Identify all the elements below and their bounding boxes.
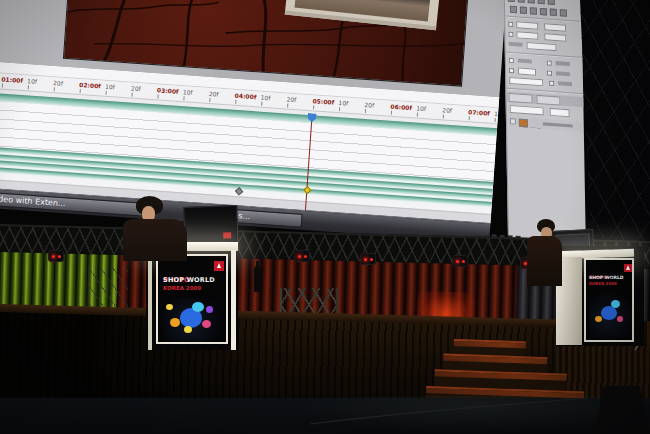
water-bottle <box>254 266 261 292</box>
ruler-tick: 10f <box>27 77 37 85</box>
stage-light-fixture <box>48 250 64 262</box>
stage-light-fixture <box>452 255 468 267</box>
podium-rail <box>231 250 236 350</box>
ruler-tick: 10f <box>494 110 499 118</box>
red-logo-sticker <box>223 232 231 238</box>
poster-subtitle: KOREA 2009 <box>589 281 617 286</box>
photoshop-world-poster: PHOTOSHOP WORLD KOREA 2009 <box>584 258 634 342</box>
layer-row <box>509 117 583 131</box>
ruler-tick: 07:00f <box>468 108 490 116</box>
ruler-tick: 20f <box>209 90 219 98</box>
stage-light-fixture <box>360 253 376 265</box>
conference-photo: 01:00f 10f 20f 02:00f 10f 20f 03:00f 10f… <box>0 0 650 434</box>
photoshop-panels-column <box>504 0 586 250</box>
projected-screen: 01:00f 10f 20f 02:00f 10f 20f 03:00f 10f… <box>0 0 650 254</box>
podium-rail <box>148 250 152 350</box>
ruler-tick: 20f <box>286 95 296 103</box>
ruler-tick: 20f <box>53 79 63 87</box>
ruler-tick: 20f <box>364 101 374 109</box>
poster-subtitle: KOREA 2009 <box>163 285 201 291</box>
floor-sheen <box>300 396 600 434</box>
presenter-left-body <box>123 219 187 261</box>
ruler-tick: 10f <box>260 94 270 102</box>
podium-right: PHOTOSHOP WORLD KOREA 2009 <box>556 246 644 346</box>
ruler-tick: 03:00f <box>157 86 179 94</box>
ruler-tick: 01:00f <box>1 76 23 84</box>
ruler-tick: 20f <box>442 106 452 114</box>
poster-title-shop-world: SHOP WORLD <box>163 276 215 284</box>
ruler-tick: 04:00f <box>235 92 257 100</box>
ruler-tick: 10f <box>105 83 115 91</box>
ruler-tick: 10f <box>416 105 426 113</box>
stage-light-fixture <box>294 250 310 262</box>
photoshop-world-poster: PHOTOSHOP WORLD KOREA 2009 <box>156 254 228 344</box>
ruler-tick: 05:00f <box>312 97 334 105</box>
ruler-tick: 10f <box>183 88 193 96</box>
ruler-tick: 10f <box>338 99 348 107</box>
ruler-tick: 06:00f <box>390 103 412 111</box>
poster-splash-graphic <box>589 292 632 338</box>
adobe-logo-icon <box>214 261 224 271</box>
adobe-logo-icon <box>624 264 632 272</box>
ruler-tick: 20f <box>131 85 141 93</box>
poster-splash-graphic <box>162 298 224 342</box>
presenter-right-body <box>527 236 562 286</box>
ruler-tick: 02:00f <box>79 81 101 89</box>
taskbar-item-label: 03 Video with Exten... <box>0 192 66 210</box>
